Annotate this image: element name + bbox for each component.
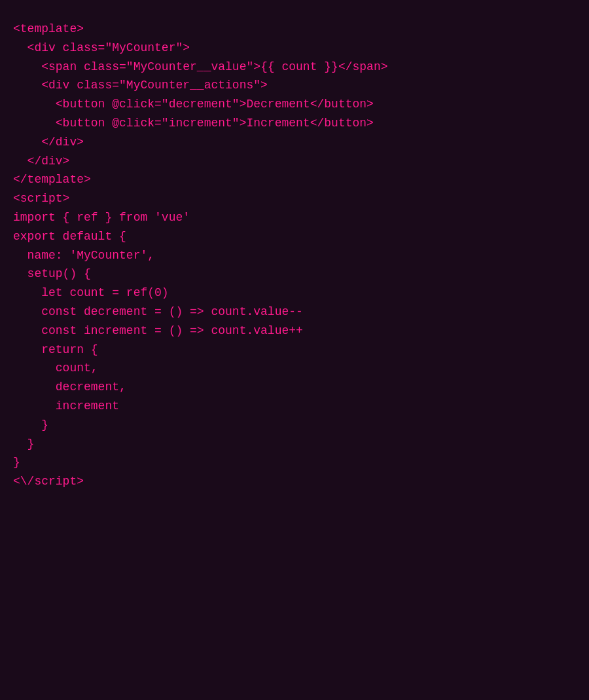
code-line: <template> — [13, 20, 576, 39]
code-line: decrement, — [13, 378, 576, 397]
code-display: <template> <div class="MyCounter"> <span… — [13, 20, 576, 491]
code-line: <span class="MyCounter__value">{{ count … — [13, 58, 576, 77]
code-line: </template> — [13, 170, 576, 189]
code-line: increment — [13, 397, 576, 416]
code-line: } — [13, 453, 576, 472]
code-line: <script> — [13, 189, 576, 208]
code-line: <button @click="decrement">Decrement</bu… — [13, 95, 576, 114]
code-line: <div class="MyCounter__actions"> — [13, 76, 576, 95]
code-line: <div class="MyCounter"> — [13, 39, 576, 58]
code-line: return { — [13, 341, 576, 359]
code-line: </div> — [13, 152, 576, 171]
code-line: const increment = () => count.value++ — [13, 322, 576, 341]
code-line: count, — [13, 359, 576, 378]
code-line: let count = ref(0) — [13, 284, 576, 303]
code-line: const decrement = () => count.value-- — [13, 303, 576, 322]
code-line: <button @click="increment">Increment</bu… — [13, 114, 576, 133]
code-line: } — [13, 416, 576, 435]
code-line: setup() { — [13, 265, 576, 284]
code-line: } — [13, 435, 576, 454]
code-line: <\/script> — [13, 472, 576, 491]
code-line: name: 'MyCounter', — [13, 246, 576, 265]
code-line: export default { — [13, 227, 576, 246]
code-line: import { ref } from 'vue' — [13, 208, 576, 227]
code-line: </div> — [13, 133, 576, 152]
